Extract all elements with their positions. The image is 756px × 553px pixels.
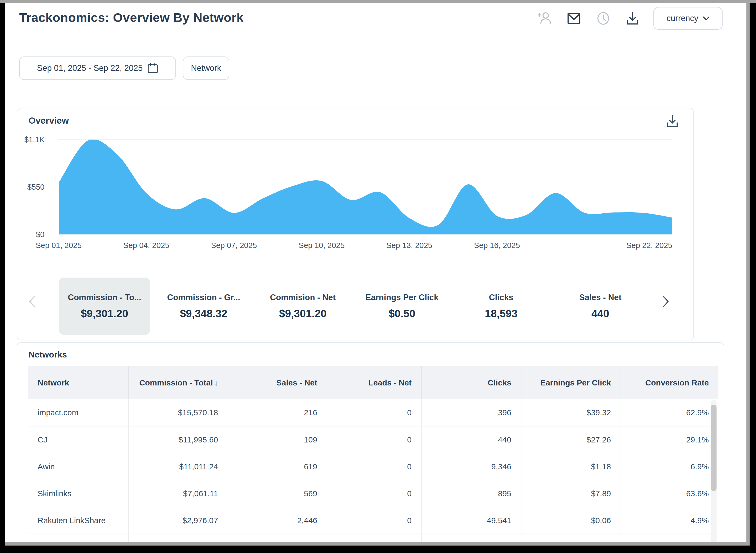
add-user-button[interactable] (537, 11, 552, 25)
metric-value: $9,301.20 (81, 308, 128, 320)
date-range-value: Sep 01, 2025 - Sep 22, 2025 (37, 63, 143, 73)
mail-button[interactable] (567, 11, 581, 25)
column-header[interactable]: Earnings Per Click (521, 366, 621, 399)
download-icon (666, 115, 678, 128)
metric-cell (621, 534, 718, 546)
x-tick-label: Sep 10, 2025 (298, 241, 345, 250)
metric-cell: 62.9% (621, 399, 718, 426)
metric-cell: $11,995.60 (129, 426, 228, 453)
network-name-cell: Skimlinks (28, 480, 129, 507)
page-title: Trackonomics: Overview By Network (19, 10, 244, 25)
networks-card: Networks NetworkCommission - Total↓Sales… (17, 342, 724, 546)
network-name-cell: Rakuten LinkShare (28, 507, 129, 534)
overview-card: Overview $0$550$1.1K Sep 01, 2025Sep 04,… (17, 108, 694, 340)
x-tick-label: Sep 01, 2025 (36, 241, 82, 250)
y-tick-label: $1.1K (17, 135, 45, 144)
networks-card-title: Networks (28, 350, 67, 360)
metrics-prev-button[interactable] (27, 292, 38, 311)
calendar-icon (147, 63, 158, 74)
networks-table: NetworkCommission - Total↓Sales - NetLea… (28, 366, 718, 546)
metric-cell: $11,011.24 (129, 453, 228, 480)
metric-cell: $39.32 (521, 399, 621, 426)
table-row: Awin$11,011.2461909,346$1.186.9% (28, 453, 718, 480)
metric-cell (521, 534, 621, 546)
network-filter-label: Network (191, 63, 221, 73)
metric-cell: 396 (421, 399, 521, 426)
metric-card[interactable]: Commision - Net$9,301.20 (257, 278, 349, 335)
clock-icon (597, 12, 610, 25)
metric-cell (327, 534, 421, 546)
column-header[interactable]: Network (28, 366, 129, 399)
column-header[interactable]: Leads - Net (327, 366, 421, 399)
metric-cell: $1.18 (521, 453, 621, 480)
network-name-cell: Awin (28, 453, 129, 480)
metric-cell (129, 534, 228, 546)
chevron-right-icon (662, 295, 669, 308)
x-tick-label: Sep 13, 2025 (386, 241, 432, 250)
app-window: Trackonomics: Overview By Network (5, 3, 750, 546)
metric-card[interactable]: Clicks18,593 (455, 278, 547, 335)
column-header[interactable]: Sales - Net (228, 366, 327, 399)
metric-cell (28, 534, 129, 546)
metric-value: $9,348.32 (180, 308, 227, 320)
sort-desc-icon: ↓ (215, 379, 218, 387)
metric-cell: $15,570.18 (129, 399, 228, 426)
metric-label: Commision - Net (270, 293, 336, 302)
metric-cell: 0 (327, 507, 421, 534)
metric-card[interactable]: Earnings Per Click$0.50 (356, 278, 448, 335)
history-button[interactable] (596, 11, 610, 25)
chevron-down-icon (703, 16, 709, 20)
metric-cell: 619 (228, 453, 327, 480)
metrics-carousel: Commission - To...$9,301.20Commission - … (59, 278, 646, 335)
metric-value: 18,593 (485, 308, 518, 320)
y-tick-label: $550 (17, 183, 45, 191)
metric-cell: 440 (421, 426, 521, 453)
x-tick-label: Sep 22, 2025 (626, 241, 672, 250)
currency-dropdown[interactable]: currency (653, 7, 723, 30)
y-tick-label: $0 (17, 230, 45, 239)
metric-cell: 0 (327, 426, 421, 453)
metric-card[interactable]: Commission - Gr...$9,348.32 (158, 278, 250, 335)
table-row: CJ$11,995.601090440$27.2629.1% (28, 426, 718, 453)
x-tick-label: Sep 04, 2025 (123, 241, 169, 250)
metric-cell: 0 (327, 453, 421, 480)
network-filter-button[interactable]: Network (183, 57, 229, 80)
metric-cell: 0 (327, 480, 421, 507)
mail-icon (567, 12, 580, 24)
export-button[interactable] (625, 11, 640, 25)
table-scrollbar-track (711, 400, 716, 543)
metric-cell: $7.89 (521, 480, 621, 507)
metric-value: $0.50 (389, 308, 415, 320)
metric-card[interactable]: Commission - To...$9,301.20 (59, 278, 150, 335)
screenshot-canvas: Trackonomics: Overview By Network (0, 0, 756, 553)
chart-export-button[interactable] (666, 115, 680, 128)
date-range-picker[interactable]: Sep 01, 2025 - Sep 22, 2025 (19, 57, 176, 80)
metric-card[interactable]: Sales - Net440 (554, 278, 646, 335)
metric-cell: 2,446 (228, 507, 327, 534)
metric-cell: $0.06 (521, 507, 621, 534)
table-row: Rakuten LinkShare$2,976.072,446049,541$0… (28, 507, 718, 534)
table-scrollbar-thumb[interactable] (711, 405, 716, 491)
metric-cell: 216 (228, 399, 327, 426)
metric-cell: 109 (228, 426, 327, 453)
column-header[interactable]: Clicks (421, 366, 521, 399)
table-header-row: NetworkCommission - Total↓Sales - NetLea… (28, 366, 718, 399)
metric-cell: $27.26 (521, 426, 621, 453)
metric-label: Commission - Gr... (167, 293, 240, 302)
column-header[interactable]: Conversion Rate (621, 366, 718, 399)
currency-dropdown-label: currency (667, 14, 698, 23)
metric-cell (228, 534, 327, 546)
chevron-left-icon (29, 295, 36, 308)
table-row: Skimlinks$7,061.115690895$7.8963.6% (28, 480, 718, 507)
column-header[interactable]: Commission - Total↓ (129, 366, 228, 399)
metric-cell: $2,976.07 (129, 507, 228, 534)
overview-card-title: Overview (28, 115, 69, 126)
metrics-next-button[interactable] (660, 292, 671, 311)
metric-cell: 569 (228, 480, 327, 507)
metric-cell: 29.1% (621, 426, 718, 453)
metric-cell: 4.9% (621, 507, 718, 534)
x-tick-label: Sep 07, 2025 (211, 241, 257, 250)
metric-cell (421, 534, 521, 546)
metric-cell: 6.9% (621, 453, 718, 480)
metric-cell: 49,541 (421, 507, 521, 534)
